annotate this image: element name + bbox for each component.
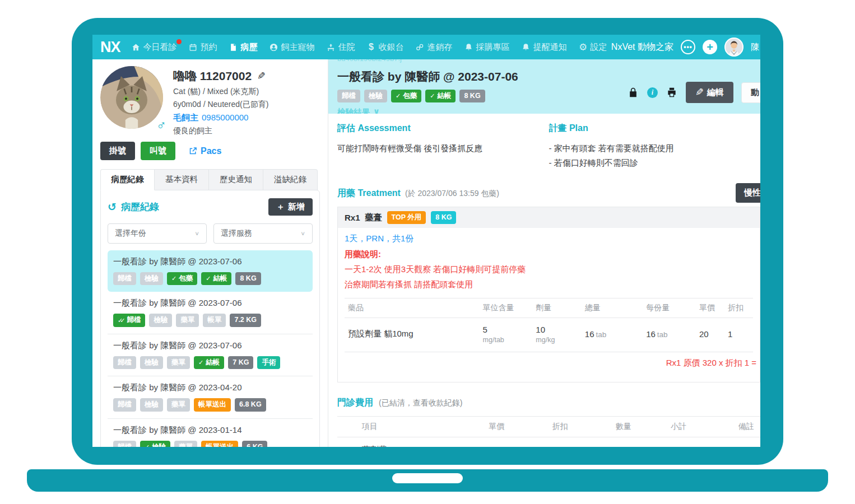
male-gender-icon: ♂: [156, 117, 166, 133]
notification-dot: [176, 39, 182, 44]
navbar-right: NxVet 動物之家 ••• + 陳: [611, 38, 752, 57]
fee-row: 1 藥劑費 320 1 1 320: [337, 437, 760, 447]
route-badge: TOP 外用: [387, 211, 426, 224]
edit-pencil-icon[interactable]: ✎: [257, 70, 266, 82]
status-badge: 檢驗: [140, 272, 163, 285]
weight-badge: 8 KG: [459, 90, 485, 102]
surgery-badge: 手術: [257, 356, 280, 369]
nav-item-owners-pets[interactable]: 飼主寵物: [269, 42, 315, 53]
history-icon: ↺: [108, 200, 117, 213]
status-badge: ✓檢驗: [140, 441, 170, 447]
column-header: 每份量: [643, 298, 696, 318]
patient-species: Cat (貓) / Mixed (米克斯): [173, 87, 268, 97]
nav-item-records[interactable]: 病歷: [229, 42, 258, 53]
laptop-notch: [392, 473, 463, 483]
check-icon: ✓: [145, 442, 150, 447]
lock-icon[interactable]: [627, 86, 639, 99]
nav-item-hospitalization[interactable]: 住院: [327, 42, 355, 53]
rx-detail: 1天，PRN，共1份 用藥說明: 一天1-2次 使用3天觀察 若傷口好轉則可提前…: [337, 228, 760, 382]
fees-section: 門診費用 (已結清，查看收款紀錄) 項目 單價 折扣: [337, 397, 760, 447]
records-panel-title: ↺ 病歷紀錄: [108, 200, 159, 213]
nav-item-cashier[interactable]: $ 收銀台: [367, 42, 404, 53]
chevron-down-icon: ∨: [194, 230, 199, 236]
record-item-selected[interactable]: 一般看診 by 陳醫師 @ 2023-07-06 歸檔 檢驗 ✓包藥 ✓結帳 8…: [108, 250, 313, 292]
user-avatar[interactable]: [724, 38, 744, 57]
weight-badge: 8 KG: [235, 272, 261, 285]
column-header: 單價: [485, 416, 549, 437]
fees-note[interactable]: (已結清，查看收款紀錄): [379, 398, 462, 408]
nav-item-inventory[interactable]: 進銷存: [416, 42, 453, 53]
register-button[interactable]: 掛號: [100, 142, 135, 160]
column-header: 總量: [582, 298, 643, 318]
pet-photo[interactable]: [100, 66, 163, 129]
add-record-button[interactable]: ＋ 新增: [268, 198, 313, 216]
call-number-button[interactable]: 叫號: [141, 142, 175, 160]
laptop-base: [27, 469, 828, 492]
nav-item-appointments[interactable]: 預約: [189, 42, 217, 53]
person-icon: [269, 43, 278, 52]
tab-surplus-records[interactable]: 溢缺紀錄: [263, 169, 318, 190]
nav-item-label: 住院: [338, 42, 355, 53]
plan-block: 計畫 Plan - 家中有頭套 若有需要就搭配使用 - 若傷口好轉則不需回診: [549, 123, 761, 171]
status-badge: 檢驗: [140, 398, 163, 411]
rx-header-row: Rx1 藥膏 TOP 外用 8 KG: [337, 207, 760, 228]
patient-actions: 掛號 叫號 Pacs: [100, 142, 320, 160]
visit-detail: bd408f190bf249b7.j 一般看診 by 陳醫師 @ 2023-07…: [328, 59, 760, 447]
external-link-icon: [189, 147, 197, 155]
column-header: 備註: [735, 416, 760, 437]
nav-item-today[interactable]: 今日看診: [132, 42, 177, 53]
app-logo[interactable]: NX: [100, 39, 120, 56]
owner-phone-link[interactable]: 毛飼主0985000000: [173, 113, 268, 123]
truncated-user-text: 陳: [751, 42, 759, 53]
rx-instructions-label: 用藥說明:: [345, 249, 753, 260]
fee-unit-price: 320: [485, 437, 549, 447]
service-filter-select[interactable]: 選擇服務∨: [213, 223, 313, 244]
year-filter-select[interactable]: 選擇年份∨: [108, 223, 207, 244]
column-header: 藥品: [345, 298, 480, 318]
nav-item-label: 今日看診: [143, 42, 177, 52]
nav-item-label: 飼主寵物: [281, 42, 315, 53]
lab-results-link[interactable]: 檢驗結果∨: [337, 107, 380, 114]
nav-item-settings[interactable]: ⚙ 設定: [579, 42, 607, 53]
rx-instruction-line: 一天1-2次 使用3天觀察 若傷口好轉則可提前停藥: [345, 264, 753, 275]
actions-button-clipped[interactable]: 動: [741, 82, 760, 103]
check-icon: ✓: [396, 91, 401, 101]
patient-summary: ♂ 嚕嚕 11207002 ✎ Cat (貓) / Mixed (米克斯) 6y…: [100, 66, 320, 136]
record-item[interactable]: 一般看診 by 陳醫師 @ 2023-01-14 歸檔 ✓檢驗 藥單 帳單送出 …: [108, 418, 313, 447]
rx-weight-badge: 8 KG: [431, 211, 456, 224]
chronic-button-clipped[interactable]: 慢性: [736, 183, 760, 203]
chat-icon[interactable]: •••: [681, 40, 695, 54]
rx-name-link[interactable]: 藥膏: [365, 212, 382, 223]
record-item[interactable]: 一般看診 by 陳醫師 @ 2023-04-20 歸檔 檢驗 藥單 帳單送出 6…: [108, 376, 313, 418]
status-badge: 藥單: [167, 356, 190, 369]
edit-button[interactable]: ✎編輯: [686, 82, 733, 103]
total-cell: 16tab: [582, 318, 643, 352]
patient-age-neuter: 6y0m0d / Neutered(已節育): [173, 100, 268, 110]
pacs-link[interactable]: Pacs: [189, 146, 221, 156]
soap-section: 評估 Assessment 可能打鬧時有輕微受傷 後引發搔抓反應 計畫 Plan…: [337, 123, 760, 171]
assessment-text: 可能打鬧時有輕微受傷 後引發搔抓反應: [337, 141, 538, 156]
assessment-title: 評估 Assessment: [337, 123, 538, 134]
plus-icon[interactable]: +: [703, 40, 717, 54]
nav-item-notifications[interactable]: 提醒通知: [522, 42, 567, 53]
nav-item-purchasing[interactable]: 採購專區: [464, 42, 510, 53]
clipped-attachment-id: bd408f190bf249b7.j: [337, 59, 402, 63]
weight-badge: 7 KG: [228, 356, 253, 369]
print-icon[interactable]: [666, 86, 678, 99]
tab-history-notices[interactable]: 歷史通知: [209, 169, 263, 190]
record-item[interactable]: 一般看診 by 陳醫師 @ 2023-07-06 ✓✓歸檔 檢驗 藥單 帳單 7…: [108, 292, 313, 333]
row-number: 1: [337, 437, 359, 447]
tab-basic-info[interactable]: 基本資料: [155, 169, 209, 190]
info-icon[interactable]: i: [647, 87, 658, 98]
nav-item-label: 預約: [201, 42, 217, 53]
patient-sidebar: ♂ 嚕嚕 11207002 ✎ Cat (貓) / Mixed (米克斯) 6y…: [92, 59, 328, 447]
tab-medical-records[interactable]: 病歷紀錄: [100, 169, 155, 190]
treatment-subtitle: (於 2023/07/06 13:59 包藥): [405, 189, 499, 199]
record-item[interactable]: 一般看診 by 陳醫師 @ 2023-07-06 歸檔 檢驗 藥單 ✓結帳 7 …: [108, 334, 313, 376]
status-badge: 藥單: [176, 314, 199, 326]
nav-item-label: 設定: [591, 42, 607, 53]
status-badge: 歸檔: [113, 272, 136, 285]
plan-title: 計畫 Plan: [549, 123, 750, 134]
calendar-icon: [189, 43, 198, 52]
treatment-title: 用藥 Treatment: [337, 188, 401, 199]
